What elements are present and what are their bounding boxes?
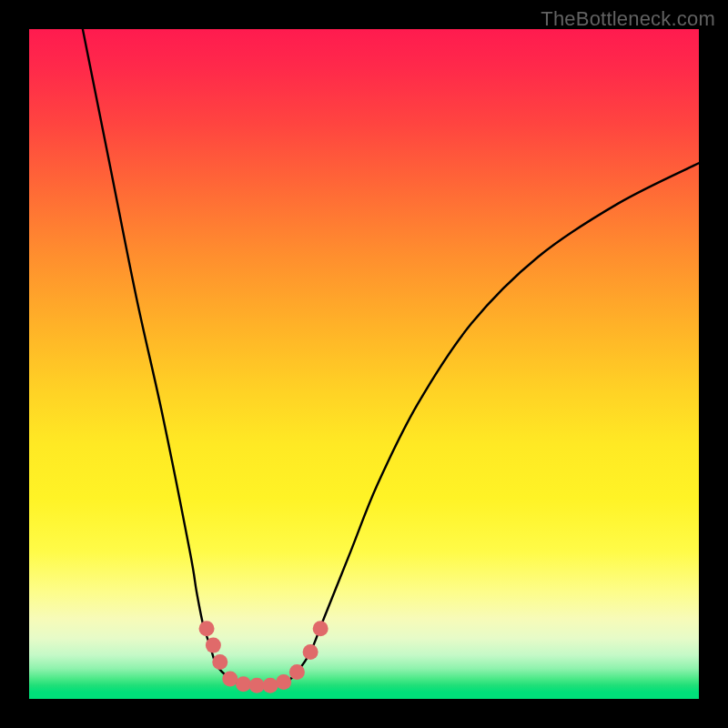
marker-dot [199, 621, 215, 636]
plot-area [29, 29, 699, 699]
marker-dot [236, 676, 251, 692]
marker-dot [206, 638, 221, 653]
marker-dot [303, 644, 318, 660]
marker-dot [289, 664, 305, 680]
marker-dot [262, 678, 278, 693]
curve-right [284, 163, 699, 685]
marker-dot [212, 654, 228, 670]
marker-dot [313, 621, 329, 636]
curve-left [83, 29, 244, 685]
marker-dot [249, 678, 265, 693]
chart-frame: TheBottleneck.com [0, 0, 728, 728]
marker-group [199, 621, 329, 693]
marker-dot [222, 671, 238, 686]
marker-dot [276, 674, 291, 690]
watermark-text: TheBottleneck.com [541, 7, 715, 31]
curves-svg [29, 29, 699, 699]
